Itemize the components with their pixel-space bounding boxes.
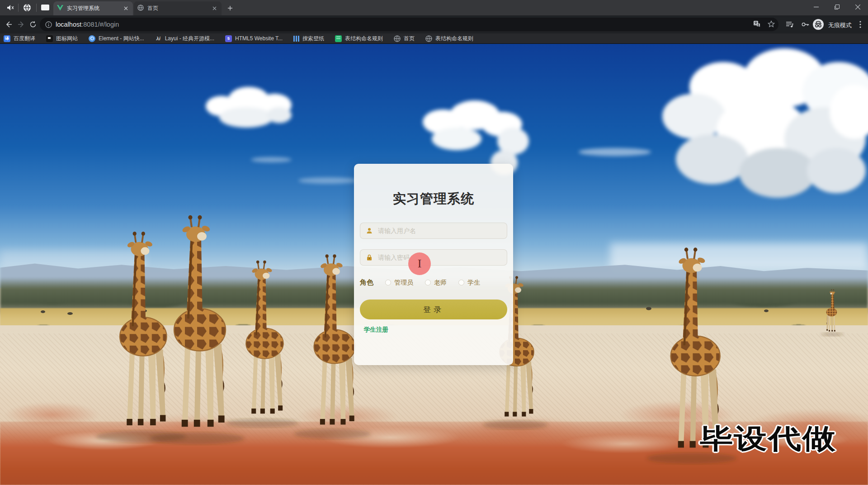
close-tab-icon[interactable]: [122, 5, 129, 12]
close-tab-icon[interactable]: [211, 5, 218, 12]
role-selector: 角色 管理员 老师 学生: [360, 278, 507, 287]
url-host: localhost: [56, 21, 81, 28]
divider: [36, 4, 37, 12]
divider: [18, 4, 19, 12]
dark-flag-icon: [46, 35, 53, 42]
password-input[interactable]: [377, 253, 507, 262]
bookmark-star-icon[interactable]: [768, 20, 775, 29]
browser-window: 实习管理系统 首页: [0, 0, 868, 485]
url-path: :8081/#/login: [81, 21, 119, 28]
media-controls-icon[interactable]: [784, 19, 796, 30]
radio-teacher[interactable]: [425, 280, 431, 285]
new-tab-button[interactable]: [225, 3, 235, 13]
incognito-icon: [812, 19, 824, 32]
incognito-badge: 无痕模式: [812, 19, 852, 32]
element-icon: [89, 35, 95, 42]
back-button[interactable]: [3, 19, 14, 30]
html5-icon: 5: [225, 35, 232, 42]
giraffe: [120, 232, 167, 425]
bookmark-baidu-translate[interactable]: 译百度翻译: [4, 35, 35, 43]
tab-strip: 实习管理系统 首页: [0, 0, 868, 15]
bookmark-icon-site[interactable]: 图标网站: [46, 35, 78, 43]
reload-button[interactable]: [27, 19, 39, 30]
maximize-button[interactable]: [826, 0, 847, 14]
incognito-label: 无痕模式: [828, 21, 852, 29]
pinned-tab-globe[interactable]: [22, 3, 32, 13]
bookmark-html5[interactable]: 5HTML5 Website T...: [225, 35, 283, 42]
close-window-button[interactable]: [847, 0, 868, 14]
user-icon: [366, 227, 373, 234]
login-card: 实习管理系统 角色 管理员 老师 学生 登录 学生注册: [354, 164, 513, 365]
tab-title: 实习管理系统: [67, 5, 118, 12]
role-label: 角色: [360, 278, 373, 287]
layui-icon: λi: [155, 35, 162, 42]
toolbar: localhost:8081/#/login 无痕模式: [0, 15, 868, 33]
password-field[interactable]: [360, 249, 507, 266]
translate-icon[interactable]: [753, 20, 760, 29]
bookmark-wallpaper[interactable]: 搜索壁纸: [293, 35, 324, 43]
wallpaper-icon: [293, 36, 299, 42]
touch-cursor-indicator: I: [408, 252, 431, 275]
tab-home[interactable]: 首页: [134, 1, 222, 15]
radio-admin[interactable]: [385, 280, 391, 285]
tab-title: 首页: [147, 5, 207, 12]
speaker-muted-icon[interactable]: [5, 3, 15, 13]
username-input[interactable]: [377, 227, 507, 235]
page-title: 实习管理系统: [354, 190, 513, 208]
globe-icon: [137, 5, 144, 12]
bookmarks-bar: 译百度翻译 图标网站 Element - 网站快... λiLayui - 经典…: [0, 33, 868, 44]
role-option-student[interactable]: 学生: [458, 279, 480, 287]
password-key-icon[interactable]: [799, 19, 811, 30]
green-table-icon: [335, 35, 342, 42]
bookmark-table-rules-2[interactable]: 表结构命名规则: [425, 35, 473, 43]
vue-icon: [57, 5, 63, 12]
globe-icon: [394, 35, 401, 42]
radio-student[interactable]: [458, 280, 464, 285]
address-bar[interactable]: localhost:8081/#/login: [40, 18, 778, 31]
forward-button[interactable]: [15, 19, 27, 30]
role-option-teacher[interactable]: 老师: [425, 279, 447, 287]
giraffe: [174, 215, 226, 427]
giraffe: [246, 261, 283, 414]
minimize-button[interactable]: [806, 0, 826, 14]
baidu-translate-icon: 译: [4, 35, 10, 42]
bookmark-table-rules[interactable]: 表结构命名规则: [335, 35, 383, 43]
giraffe: [314, 254, 355, 424]
pinned-tab-white[interactable]: [41, 5, 49, 10]
bookmark-element[interactable]: Element - 网站快...: [89, 35, 144, 43]
username-field[interactable]: [360, 223, 507, 239]
menu-dots-icon[interactable]: [854, 19, 866, 30]
giraffe: [671, 247, 720, 447]
tab-internship-system[interactable]: 实习管理系统: [53, 1, 133, 15]
watermark-text: 毕设代做: [700, 421, 837, 457]
lock-icon: [366, 254, 373, 261]
window-controls: [806, 0, 868, 14]
giraffe-small: [826, 290, 837, 332]
role-option-admin[interactable]: 管理员: [385, 279, 413, 287]
site-info-icon[interactable]: [45, 21, 52, 28]
student-register-link[interactable]: 学生注册: [364, 326, 388, 334]
bookmark-home[interactable]: 首页: [394, 35, 415, 43]
bookmark-layui[interactable]: λiLayui - 经典开源模...: [155, 35, 214, 43]
url-text: localhost:8081/#/login: [56, 21, 119, 28]
globe-icon: [425, 35, 432, 42]
login-button[interactable]: 登录: [360, 300, 507, 319]
